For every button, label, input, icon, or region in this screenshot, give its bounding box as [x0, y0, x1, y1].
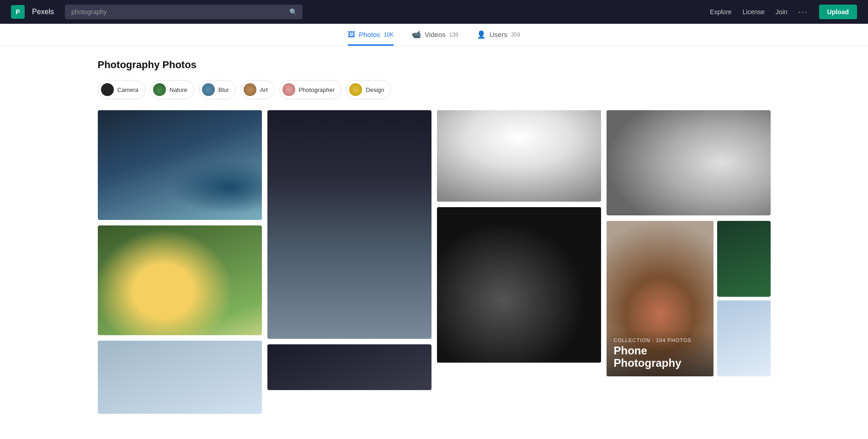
tag-camera-label: Camera [117, 86, 138, 93]
page-title: Photography Photos [98, 59, 771, 71]
photo-grid: Collection · 104 Photos Phone Photograph… [98, 110, 771, 414]
photo-card-equipment[interactable] [437, 207, 601, 363]
tag-art-label: Art [260, 86, 268, 93]
tag-photographer-label: Photographer [299, 86, 335, 93]
videos-label: Videos [425, 31, 446, 38]
tag-nature[interactable]: Nature [150, 80, 194, 99]
search-input[interactable] [65, 5, 303, 19]
photo-card-studio[interactable] [437, 110, 601, 202]
nav-links: Explore License Join ··· Upload [710, 5, 857, 19]
navbar: P Pexels 🔍 Explore License Join ··· Uplo… [0, 0, 868, 24]
photo-card-bottom-left[interactable] [98, 341, 262, 414]
grid-col-1 [98, 110, 262, 414]
more-menu[interactable]: ··· [799, 7, 808, 17]
page-content: Photography Photos Camera Nature Blur Ar… [87, 46, 782, 414]
tag-blur[interactable]: Blur [199, 80, 236, 99]
tag-nature-avatar [153, 83, 166, 96]
photos-label: Photos [359, 31, 380, 38]
brand-name: Pexels [32, 8, 54, 16]
tag-blur-avatar [202, 83, 215, 96]
tag-nature-label: Nature [170, 86, 187, 93]
search-icon[interactable]: 🔍 [289, 8, 297, 16]
photo-card-tropical[interactable] [717, 221, 771, 297]
videos-icon: 📹 [412, 30, 421, 39]
tag-camera[interactable]: Camera [98, 80, 145, 99]
users-icon: 👤 [477, 30, 486, 39]
upload-button[interactable]: Upload [819, 5, 857, 19]
collection-title: Phone Photography [614, 345, 706, 369]
users-count: 359 [511, 32, 520, 38]
photo-card-metro[interactable] [267, 110, 431, 339]
photo-card-scenic[interactable] [717, 300, 771, 376]
tab-users[interactable]: 👤 Users 359 [477, 30, 520, 46]
tag-photographer-avatar [282, 83, 295, 96]
grid-col-2 [267, 110, 431, 414]
tag-photographer[interactable]: Photographer [279, 80, 342, 99]
collection-label: Collection · 104 Photos [614, 337, 706, 343]
tag-blur-label: Blur [218, 86, 229, 93]
collection-overlay: Collection · 104 Photos Phone Photograph… [607, 330, 714, 376]
tag-camera-avatar [101, 83, 114, 96]
photo-card-group-right-sub [717, 221, 771, 376]
photo-card-cam-mountain[interactable] [98, 110, 262, 220]
tabs-bar: 🖼 Photos 10K 📹 Videos 139 👤 Users 359 [0, 24, 868, 46]
photo-card-girl-sunflower[interactable] [98, 225, 262, 335]
explore-link[interactable]: Explore [710, 8, 731, 16]
tag-design[interactable]: Design [346, 80, 391, 99]
photos-count: 10K [384, 32, 394, 38]
tag-design-avatar [349, 83, 362, 96]
photo-card-mountain[interactable]: Collection · 104 Photos Phone Photograph… [607, 221, 714, 376]
grid-col-3 [437, 110, 601, 414]
tag-design-label: Design [366, 86, 384, 93]
photos-icon: 🖼 [348, 31, 355, 39]
license-link[interactable]: License [743, 8, 765, 16]
photo-card-lens[interactable] [607, 110, 771, 215]
search-bar: 🔍 [65, 5, 303, 19]
videos-count: 139 [449, 32, 458, 38]
logo[interactable]: P [11, 5, 25, 19]
tag-art[interactable]: Art [240, 80, 275, 99]
tags-row: Camera Nature Blur Art Photographer Desi… [98, 80, 771, 99]
grid-col-4: Collection · 104 Photos Phone Photograph… [607, 110, 771, 414]
users-label: Users [490, 31, 507, 38]
photo-card-group-right: Collection · 104 Photos Phone Photograph… [607, 221, 771, 376]
photo-card-bottom-metro[interactable] [267, 344, 431, 390]
tab-photos[interactable]: 🖼 Photos 10K [348, 31, 394, 46]
tag-art-avatar [244, 83, 256, 96]
join-link[interactable]: Join [776, 8, 788, 16]
tab-videos[interactable]: 📹 Videos 139 [412, 30, 458, 46]
